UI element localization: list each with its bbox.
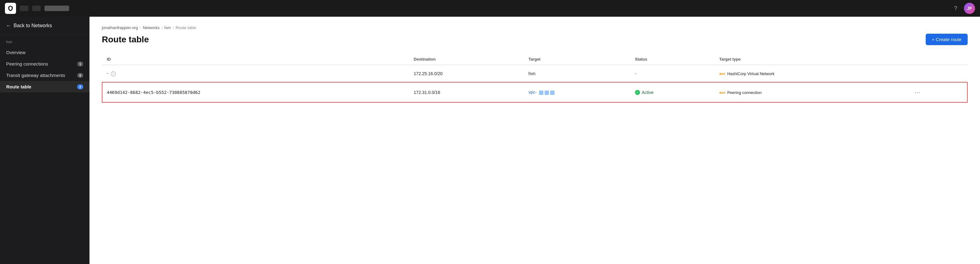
peering-badge: 1 xyxy=(77,61,83,66)
status-dot-icon xyxy=(635,90,640,95)
main-layout: ← Back to Networks hvn Overview Peering … xyxy=(0,17,980,264)
top-nav-left xyxy=(5,3,69,14)
help-button[interactable]: ? xyxy=(951,4,960,13)
row2-target-type: aws Peering connection xyxy=(714,82,907,102)
breadcrumb-sep-2: / xyxy=(161,26,162,30)
logo[interactable] xyxy=(5,3,16,14)
page-title: Route table xyxy=(102,35,149,45)
col-status: Status xyxy=(630,54,714,65)
table-row: - i 172.25.16.0/20 hvn - aws HashiCorp V… xyxy=(102,65,968,82)
sidebar-item-overview[interactable]: Overview xyxy=(0,47,89,58)
row2-target: vpc- xyxy=(523,82,630,102)
sidebar-item-transit[interactable]: Transit gateway attachments 0 xyxy=(0,70,89,81)
row1-info-icon[interactable]: i xyxy=(111,71,116,76)
top-nav-right: ? JF xyxy=(951,3,975,14)
sidebar: ← Back to Networks hvn Overview Peering … xyxy=(0,17,89,264)
row1-target-type: aws HashiCorp Virtual Network xyxy=(714,65,907,82)
breadcrumb-sep-3: / xyxy=(172,26,174,30)
nav-item-1[interactable] xyxy=(20,6,29,11)
breadcrumb-sep-1: / xyxy=(140,26,141,30)
sidebar-item-transit-label: Transit gateway attachments xyxy=(6,73,65,78)
col-id: ID xyxy=(102,54,409,65)
row2-status: Active xyxy=(630,82,714,102)
breadcrumb-hvn[interactable]: hvn xyxy=(164,26,171,30)
sidebar-item-route-table-label: Route table xyxy=(6,84,32,90)
breadcrumb-current: Route table xyxy=(176,26,196,30)
row1-id-dash: - xyxy=(107,71,108,76)
row2-target-squares xyxy=(539,91,555,95)
status-active: Active xyxy=(635,90,710,95)
row1-actions xyxy=(907,65,968,82)
breadcrumb: jonathanfrappier-org / Networks / hvn / … xyxy=(102,26,968,30)
content-inner: jonathanfrappier-org / Networks / hvn / … xyxy=(89,17,980,264)
breadcrumb-org[interactable]: jonathanfrappier-org xyxy=(102,26,138,30)
nav-item-2[interactable] xyxy=(32,6,41,11)
transit-badge: 0 xyxy=(77,73,83,78)
content-area: jonathanfrappier-org / Networks / hvn / … xyxy=(89,17,980,264)
create-route-button[interactable]: + Create route xyxy=(926,34,968,45)
route-table: ID Destination Target Status Target type… xyxy=(102,54,968,103)
row1-id: - i xyxy=(102,65,409,82)
col-destination: Destination xyxy=(409,54,523,65)
target-square-3 xyxy=(550,91,555,95)
status-active-label: Active xyxy=(642,90,654,95)
table-row: 4469d142-8682-4ec5-b552-730885870d62 172… xyxy=(102,82,968,102)
col-actions xyxy=(907,54,968,65)
more-actions-button[interactable]: ⋯ xyxy=(912,88,923,97)
col-target: Target xyxy=(523,54,630,65)
page-header: Route table + Create route xyxy=(102,34,968,45)
sidebar-section-hvn: hvn xyxy=(0,35,89,47)
route-table-badge: 2 xyxy=(77,85,83,90)
aws-logo-1: aws xyxy=(719,72,725,76)
target-square-2 xyxy=(545,91,549,95)
row1-target: hvn xyxy=(523,65,630,82)
row2-actions: ⋯ xyxy=(907,82,968,102)
row2-id: 4469d142-8682-4ec5-b552-730885870d62 xyxy=(102,82,409,102)
row1-status: - xyxy=(630,65,714,82)
back-label: Back to Networks xyxy=(14,23,52,29)
sidebar-item-overview-label: Overview xyxy=(6,50,25,55)
nav-item-3[interactable] xyxy=(45,6,69,11)
sidebar-item-route-table[interactable]: Route table 2 xyxy=(0,81,89,93)
row1-target-type-label: HashiCorp Virtual Network xyxy=(727,71,775,76)
col-target-type: Target type xyxy=(714,54,907,65)
aws-logo-2: aws xyxy=(719,91,725,94)
sidebar-item-peering-label: Peering connections xyxy=(6,61,48,66)
breadcrumb-networks[interactable]: Networks xyxy=(143,26,159,30)
row2-destination: 172.31.0.0/16 xyxy=(409,82,523,102)
table-header: ID Destination Target Status Target type xyxy=(102,54,968,65)
row2-target-link[interactable]: vpc- xyxy=(528,90,536,94)
sidebar-item-peering[interactable]: Peering connections 1 xyxy=(0,58,89,70)
target-square-1 xyxy=(539,91,543,95)
back-to-networks[interactable]: ← Back to Networks xyxy=(0,17,89,35)
row1-destination: 172.25.16.0/20 xyxy=(409,65,523,82)
avatar[interactable]: JF xyxy=(964,3,975,14)
row2-target-type-label: Peering connection xyxy=(727,90,762,95)
back-arrow-icon: ← xyxy=(6,23,11,29)
top-nav: ? JF xyxy=(0,0,980,17)
